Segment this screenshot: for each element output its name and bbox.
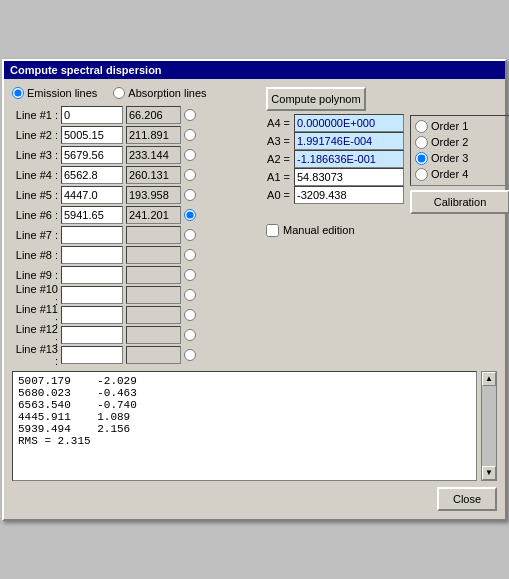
line-select-radio[interactable] (184, 109, 196, 121)
order-option[interactable]: Order 1 (415, 120, 505, 133)
absorption-radio[interactable] (113, 87, 125, 99)
line-row: Line #3 : (12, 145, 260, 165)
output-section: 5007.179 -2.0295680.023 -0.4636563.540 -… (12, 371, 497, 481)
order-option[interactable]: Order 3 (415, 152, 505, 165)
line-select-radio[interactable] (184, 189, 196, 201)
rms-line: RMS = 2.315 (18, 435, 471, 447)
line-wavelength-input[interactable] (61, 266, 123, 284)
line-pixel-input[interactable] (126, 246, 181, 264)
coeff-value-input[interactable] (294, 114, 404, 132)
order-radio[interactable] (415, 168, 428, 181)
line-pixel-input[interactable] (126, 266, 181, 284)
absorption-label: Absorption lines (128, 87, 206, 99)
output-line: 5939.494 2.156 (18, 423, 471, 435)
calibration-button[interactable]: Calibration (410, 190, 509, 214)
output-line: 5007.179 -2.029 (18, 375, 471, 387)
order-option[interactable]: Order 2 (415, 136, 505, 149)
line-pixel-input[interactable] (126, 306, 181, 324)
coeff-value-input[interactable] (294, 168, 404, 186)
order-radio[interactable] (415, 152, 428, 165)
line-label: Line #5 : (12, 189, 58, 201)
line-select-radio[interactable] (184, 349, 196, 361)
line-pixel-input[interactable] (126, 106, 181, 124)
line-pixel-input[interactable] (126, 226, 181, 244)
line-pixel-input[interactable] (126, 146, 181, 164)
line-select-radio[interactable] (184, 329, 196, 341)
line-row: Line #5 : (12, 185, 260, 205)
line-select-radio[interactable] (184, 249, 196, 261)
order-option[interactable]: Order 4 (415, 168, 505, 181)
line-wavelength-input[interactable] (61, 306, 123, 324)
manual-edition-row: Manual edition (266, 224, 509, 237)
manual-edition-label: Manual edition (283, 224, 355, 236)
line-wavelength-input[interactable] (61, 206, 123, 224)
line-select-radio[interactable] (184, 129, 196, 141)
coeff-value-input[interactable] (294, 186, 404, 204)
line-wavelength-input[interactable] (61, 126, 123, 144)
compute-polynom-button[interactable]: Compute polynom (266, 87, 366, 111)
orders-section: Order 1Order 2Order 3Order 4 Calibration (410, 87, 509, 214)
line-row: Line #7 : (12, 225, 260, 245)
line-label: Line #8 : (12, 249, 58, 261)
output-box: 5007.179 -2.0295680.023 -0.4636563.540 -… (12, 371, 477, 481)
order-label: Order 1 (431, 120, 468, 132)
lines-container: Line #1 :Line #2 :Line #3 :Line #4 :Line… (12, 105, 260, 365)
line-pixel-input[interactable] (126, 206, 181, 224)
coeff-label: A1 = (266, 171, 290, 183)
line-wavelength-input[interactable] (61, 246, 123, 264)
line-pixel-input[interactable] (126, 326, 181, 344)
title-bar: Compute spectral dispersion (4, 61, 505, 79)
emission-label: Emission lines (27, 87, 97, 99)
line-wavelength-input[interactable] (61, 146, 123, 164)
scroll-down-button[interactable]: ▼ (482, 466, 496, 480)
line-wavelength-input[interactable] (61, 286, 123, 304)
line-select-radio[interactable] (184, 229, 196, 241)
line-wavelength-input[interactable] (61, 226, 123, 244)
emission-option[interactable]: Emission lines (12, 87, 97, 99)
line-wavelength-input[interactable] (61, 326, 123, 344)
line-select-radio[interactable] (184, 169, 196, 181)
line-label: Line #2 : (12, 129, 58, 141)
line-row: Line #6 : (12, 205, 260, 225)
order-radio[interactable] (415, 120, 428, 133)
line-pixel-input[interactable] (126, 286, 181, 304)
coeff-value-input[interactable] (294, 150, 404, 168)
coeff-label: A0 = (266, 189, 290, 201)
coeff-value-input[interactable] (294, 132, 404, 150)
line-wavelength-input[interactable] (61, 186, 123, 204)
line-pixel-input[interactable] (126, 126, 181, 144)
scrollbar: ▲ ▼ (481, 371, 497, 481)
order-radio[interactable] (415, 136, 428, 149)
order-label: Order 2 (431, 136, 468, 148)
line-select-radio[interactable] (184, 269, 196, 281)
line-pixel-input[interactable] (126, 346, 181, 364)
emission-radio[interactable] (12, 87, 24, 99)
line-wavelength-input[interactable] (61, 106, 123, 124)
line-row: Line #11 : (12, 305, 260, 325)
coeff-row: A2 = (266, 150, 404, 168)
line-row: Line #8 : (12, 245, 260, 265)
order-box: Order 1Order 2Order 3Order 4 (410, 115, 509, 186)
coeff-row: A0 = (266, 186, 404, 204)
line-wavelength-input[interactable] (61, 346, 123, 364)
line-select-radio[interactable] (184, 209, 196, 221)
line-row: Line #2 : (12, 125, 260, 145)
line-pixel-input[interactable] (126, 186, 181, 204)
right-top: Compute polynom A4 =A3 =A2 =A1 =A0 = Ord… (266, 87, 509, 214)
line-select-radio[interactable] (184, 289, 196, 301)
output-line: 5680.023 -0.463 (18, 387, 471, 399)
close-button[interactable]: Close (437, 487, 497, 511)
scroll-up-button[interactable]: ▲ (482, 372, 496, 386)
line-label: Line #13 : (12, 343, 58, 367)
manual-edition-checkbox[interactable] (266, 224, 279, 237)
line-type-radios: Emission lines Absorption lines (12, 87, 260, 99)
line-label: Line #9 : (12, 269, 58, 281)
line-wavelength-input[interactable] (61, 166, 123, 184)
line-select-radio[interactable] (184, 309, 196, 321)
line-select-radio[interactable] (184, 149, 196, 161)
line-pixel-input[interactable] (126, 166, 181, 184)
coeff-label: A4 = (266, 117, 290, 129)
line-label: Line #4 : (12, 169, 58, 181)
absorption-option[interactable]: Absorption lines (113, 87, 206, 99)
line-row: Line #9 : (12, 265, 260, 285)
